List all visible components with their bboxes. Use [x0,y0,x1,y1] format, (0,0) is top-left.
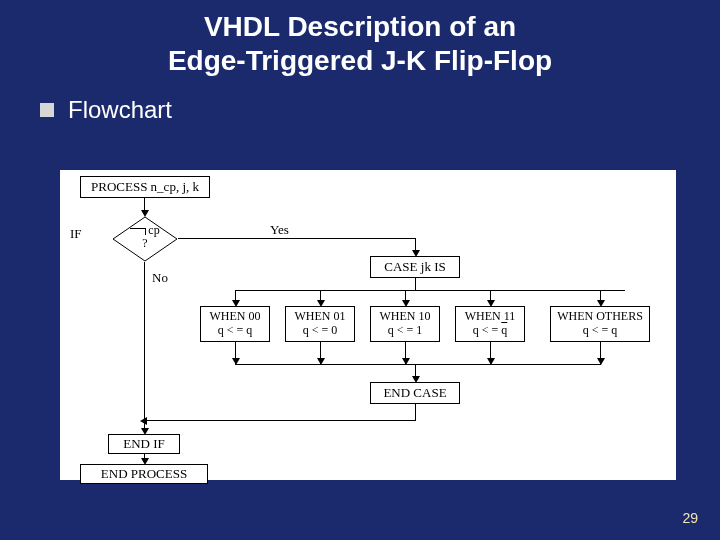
decision-diamond: cp ? [112,216,178,262]
bullet-row: Flowchart [0,82,720,134]
decision-text: cp ? [112,224,178,250]
when-body: q < = q [218,324,253,338]
process-box: PROCESS n_cp, j, k [80,176,210,198]
bullet-square-icon [40,103,54,117]
when-body: q < = 1 [388,324,423,338]
when-head: WHEN 00 [210,310,261,324]
no-label: No [152,270,168,286]
slide-title: VHDL Description of an Edge-Triggered J-… [0,0,720,82]
when-head: WHEN 01 [295,310,346,324]
end-if-box: END IF [108,434,180,454]
connector [145,420,416,421]
when-11-box: WHEN 11 q < = q [455,306,525,342]
page-number: 29 [682,510,698,526]
end-case-box: END CASE [370,382,460,404]
yes-label: Yes [270,222,289,238]
title-line-1: VHDL Description of an [204,11,516,42]
when-head: WHEN OTHERS [557,310,643,324]
when-10-box: WHEN 10 q < = 1 [370,306,440,342]
when-01-box: WHEN 01 q < = 0 [285,306,355,342]
end-process-box: END PROCESS [80,464,208,484]
bullet-label: Flowchart [68,96,172,124]
case-box: CASE jk IS [370,256,460,278]
falling-edge-icon [130,228,146,235]
title-line-2: Edge-Triggered J-K Flip-Flop [168,45,552,76]
when-00-box: WHEN 00 q < = q [200,306,270,342]
connector [144,262,145,430]
connector [235,364,601,365]
when-body: q < = q [583,324,618,338]
when-head: WHEN 11 [465,310,516,324]
connector [235,290,625,291]
connector [415,278,416,290]
flowchart-canvas: PROCESS n_cp, j, k IF cp ? Yes CASE jk I… [60,170,676,480]
if-label: IF [70,226,82,242]
when-body: q < = 0 [303,324,338,338]
when-head: WHEN 10 [380,310,431,324]
when-body: q < = q [473,324,508,338]
connector [415,404,416,420]
when-others-box: WHEN OTHERS q < = q [550,306,650,342]
connector [178,238,416,239]
